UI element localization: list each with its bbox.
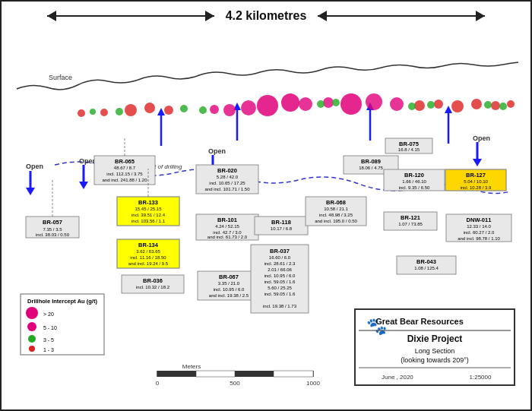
svg-point-33: [507, 100, 515, 108]
project-section: Long Section: [415, 347, 455, 355]
svg-text:incl. 28.61 / 2.3: incl. 28.61 / 2.3: [264, 261, 296, 266]
svg-text:7.35 / 3.5: 7.35 / 3.5: [43, 227, 62, 232]
distance-line-right: [318, 15, 485, 17]
scale-label: 1:25000: [470, 374, 492, 381]
svg-text:BR-118: BR-118: [271, 219, 291, 226]
svg-text:BR-134: BR-134: [138, 242, 159, 248]
svg-point-20: [340, 93, 362, 115]
svg-point-37: [408, 103, 416, 110]
svg-text:incl. 19.38 / 1.73: incl. 19.38 / 1.73: [263, 304, 297, 308]
svg-text:1 - 3: 1 - 3: [43, 347, 54, 353]
svg-marker-15: [445, 106, 452, 113]
svg-text:and incl. 19.24 / 9.5: and incl. 19.24 / 9.5: [128, 261, 169, 266]
svg-text:5.60 / 25.25: 5.60 / 25.25: [268, 286, 292, 290]
svg-text:4.24 / 52.15: 4.24 / 52.15: [215, 224, 239, 229]
meters-label: Meters: [182, 363, 201, 370]
svg-text:48.67 / 8.7: 48.67 / 8.7: [114, 166, 136, 170]
svg-point-42: [332, 99, 340, 106]
svg-text:and incl. 98.78 / 1.10: and incl. 98.78 / 1.10: [458, 236, 500, 241]
svg-text:12.33 / 14.0: 12.33 / 14.0: [467, 224, 491, 229]
svg-point-45: [100, 109, 108, 116]
svg-text:BR-101: BR-101: [217, 217, 237, 223]
svg-text:BR-121: BR-121: [401, 214, 420, 221]
svg-text:incl. 38.03 / 0.50: incl. 38.03 / 0.50: [36, 232, 70, 237]
svg-point-30: [451, 100, 464, 112]
svg-point-16: [257, 95, 278, 116]
distance-line: [47, 15, 214, 17]
surface-label: Surface: [49, 74, 72, 81]
svg-text:BR-068: BR-068: [326, 199, 346, 206]
distance-label: 4.2 kilometres: [214, 9, 318, 23]
svg-marker-7: [473, 159, 482, 166]
svg-text:0: 0: [156, 380, 160, 387]
svg-point-28: [414, 100, 425, 111]
svg-point-17: [281, 93, 299, 112]
svg-text:2.01 / 66.06: 2.01 / 66.06: [268, 267, 292, 272]
svg-marker-1: [26, 188, 35, 195]
svg-rect-144: [274, 371, 313, 377]
svg-text:incl. 11.16 / 18.50: incl. 11.16 / 18.50: [130, 255, 166, 260]
svg-text:5.04 / 10.10: 5.04 / 10.10: [464, 179, 488, 184]
open-label-2: Open: [79, 157, 97, 165]
svg-text:incl. 112.15 / 3.75: incl. 112.15 / 3.75: [106, 172, 143, 176]
main-container: 4.2 kilometres Surface Lower limit of dr…: [0, 0, 532, 411]
svg-text:incl. 48.98 / 3.25: incl. 48.98 / 3.25: [319, 213, 353, 217]
svg-text:incl. 39.51 / 12.4: incl. 39.51 / 12.4: [131, 213, 166, 217]
svg-text:BR-089: BR-089: [361, 158, 381, 165]
svg-text:incl. 10.32 / 18.2: incl. 10.32 / 18.2: [136, 285, 170, 289]
distance-bar: 4.2 kilometres: [47, 9, 485, 23]
diagram-svg: Surface Lower limit of drilling Open Ope…: [9, 28, 526, 400]
svg-text:3.62 / 63.65: 3.62 / 63.65: [136, 249, 160, 254]
svg-point-34: [116, 108, 123, 115]
svg-text:BR-120: BR-120: [404, 172, 424, 179]
open-label-4: Open: [473, 134, 490, 142]
svg-text:incl. 10.28 / 3.9: incl. 10.28 / 3.9: [461, 185, 492, 190]
svg-text:> 20: > 20: [43, 311, 54, 317]
svg-text:10.58 / 21.1: 10.58 / 21.1: [324, 207, 348, 211]
svg-text:15.45 / 25.15: 15.45 / 25.15: [135, 207, 162, 211]
svg-text:18.06 / 4.75: 18.06 / 4.75: [359, 166, 383, 170]
svg-point-24: [323, 97, 334, 108]
svg-point-21: [366, 93, 382, 110]
svg-text:and incl. 19.38 / 2.5: and incl. 19.38 / 2.5: [209, 293, 249, 298]
svg-text:incl. 103.56 / 1.1: incl. 103.56 / 1.1: [131, 219, 166, 223]
svg-text:1.66 / 46.10: 1.66 / 46.10: [402, 179, 426, 184]
svg-rect-141: [157, 371, 196, 377]
svg-text:BR-067: BR-067: [219, 273, 239, 280]
svg-text:10.17 / 6.8: 10.17 / 6.8: [271, 226, 293, 231]
svg-marker-9: [157, 108, 165, 115]
svg-text:3.35 / 21.0: 3.35 / 21.0: [218, 281, 240, 286]
svg-text:DNW-011: DNW-011: [467, 217, 492, 223]
svg-text:BR-057: BR-057: [43, 219, 62, 226]
date-label: June , 2020: [382, 374, 413, 381]
svg-text:incl. 10.95 / 6.0: incl. 10.95 / 6.0: [264, 273, 296, 278]
svg-text:incl. 59.05 / 1.6: incl. 59.05 / 1.6: [264, 292, 296, 296]
svg-text:BR-043: BR-043: [416, 258, 436, 265]
svg-text:BR-037: BR-037: [270, 248, 290, 255]
svg-point-26: [144, 103, 155, 113]
svg-point-38: [427, 101, 435, 109]
open-label-3: Open: [208, 147, 226, 155]
svg-point-40: [499, 103, 507, 110]
svg-point-131: [27, 322, 36, 331]
svg-text:incl. 10.65 / 17.25: incl. 10.65 / 17.25: [209, 181, 245, 185]
project-name: Dixie Project: [407, 334, 463, 344]
svg-text:1.07 / 73.85: 1.07 / 73.85: [398, 222, 423, 226]
svg-text:and incl. 195.0 / 0.50: and incl. 195.0 / 0.50: [315, 219, 357, 223]
svg-text:BR-127: BR-127: [466, 172, 486, 179]
svg-point-46: [210, 105, 219, 114]
svg-text:500: 500: [230, 380, 240, 387]
svg-text:16.8 / 4.15: 16.8 / 4.15: [398, 147, 420, 152]
svg-text:BR-065: BR-065: [115, 158, 135, 165]
svg-point-43: [78, 109, 85, 117]
svg-text:1.08 / 125.4: 1.08 / 125.4: [414, 266, 439, 270]
svg-point-19: [223, 104, 236, 116]
svg-text:incl. 59.05 / 1.6: incl. 59.05 / 1.6: [264, 280, 296, 284]
svg-point-18: [241, 100, 256, 115]
svg-point-36: [199, 106, 207, 114]
svg-text:BR-075: BR-075: [399, 141, 419, 147]
svg-text:5.28 / 42.0: 5.28 / 42.0: [217, 175, 239, 179]
svg-marker-3: [79, 182, 88, 189]
svg-point-22: [390, 97, 404, 111]
svg-point-135: [29, 346, 35, 352]
